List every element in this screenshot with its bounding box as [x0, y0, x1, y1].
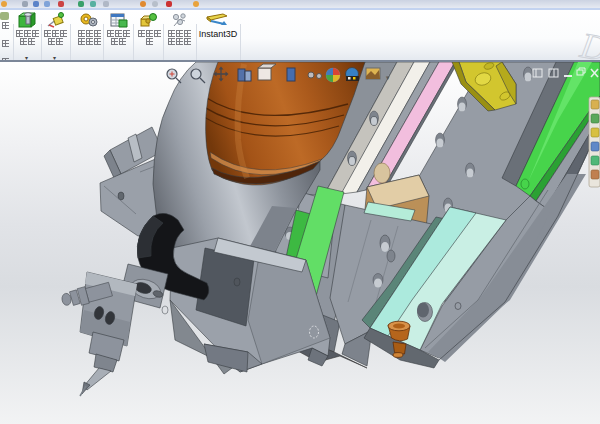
svg-text:▾: ▾ — [386, 74, 390, 81]
